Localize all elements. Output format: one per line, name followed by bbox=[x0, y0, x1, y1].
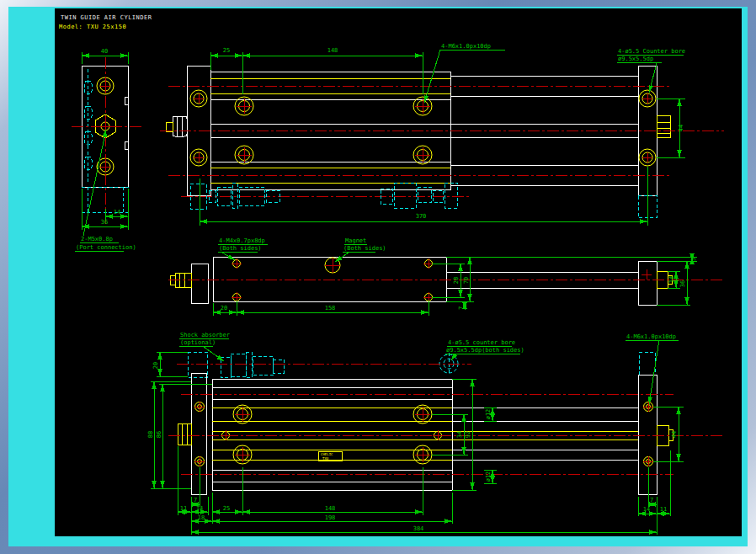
callout-counterbore-2: ø9.5x5.5dp bbox=[618, 56, 653, 62]
dim-370: 370 bbox=[416, 213, 427, 220]
dim-20: 20 bbox=[221, 305, 227, 312]
dim-25-front: 25 bbox=[223, 505, 230, 512]
dim-158: 158 bbox=[325, 305, 336, 312]
dim-11-right: 11 bbox=[660, 506, 667, 513]
dim-14b: 14 bbox=[668, 276, 675, 283]
dim-phi12-top: ø12 bbox=[485, 409, 492, 420]
callout-shock-absorber-2: (optional) bbox=[180, 339, 216, 346]
callout-front-cbore-2: ø9.5x5.5dp(both sides) bbox=[446, 347, 524, 354]
dim-88: 88 bbox=[147, 431, 154, 438]
callout-magnet-1: Magnet bbox=[345, 237, 366, 244]
dim-7-right: 7 bbox=[650, 497, 653, 503]
callout-counterbore-1: 4-ø5.5 Counter bore bbox=[618, 48, 685, 55]
dim-20-switch: 20 bbox=[152, 362, 159, 369]
dim-44-front: 44 bbox=[671, 431, 678, 438]
callout-mount-thread: 4-M6x1.0px10dp bbox=[441, 43, 491, 50]
dim-148: 148 bbox=[327, 47, 338, 54]
drawing-title: TWIN GUIDE AIR CYLINDER bbox=[61, 14, 152, 21]
dim-18: 18 bbox=[198, 514, 205, 521]
dim-14-left: 14 bbox=[196, 505, 203, 512]
nameplate-model: TXU bbox=[322, 456, 329, 461]
callout-front-thread: 4-M6x1.0px10dp bbox=[626, 333, 676, 340]
dim-148-front: 148 bbox=[325, 505, 336, 512]
model-space[interactable] bbox=[55, 8, 742, 536]
callout-magnet-2: (Both sides) bbox=[343, 245, 386, 252]
dim-14-right: 14 bbox=[643, 506, 650, 513]
dim-86: 86 bbox=[156, 431, 162, 438]
dim-36: 36 bbox=[679, 280, 686, 287]
dim-5: 5 bbox=[690, 258, 697, 261]
callout-port-thread: 2-M5x0.8p bbox=[81, 236, 113, 242]
dim-phi12-bottom: ø12 bbox=[485, 471, 492, 482]
dim-70: 70 bbox=[463, 277, 470, 284]
cad-window-frame: TWIN GUIDE AIR CYLINDER Model: TXU 25x15… bbox=[0, 0, 756, 554]
dim-7: 7 bbox=[458, 306, 465, 310]
dim-11-left: 11 bbox=[180, 505, 187, 512]
dim-198: 198 bbox=[325, 514, 336, 521]
dim-384: 384 bbox=[413, 525, 424, 532]
dim-25: 25 bbox=[223, 47, 230, 54]
dim-44: 44 bbox=[678, 125, 684, 131]
dim-14: 14 bbox=[114, 209, 120, 216]
dim-36: 36 bbox=[101, 219, 108, 226]
callout-side-ports-2: (Both sides) bbox=[219, 245, 262, 252]
dim-7-left: 7 bbox=[194, 497, 197, 503]
dim-28: 28 bbox=[453, 277, 460, 284]
drawing-model: Model: TXU 25x150 bbox=[59, 24, 126, 30]
drawing-canvas[interactable]: TWIN GUIDE AIR CYLINDER Model: TXU 25x15… bbox=[0, 0, 756, 554]
dim-92: 92 bbox=[465, 431, 471, 438]
callout-side-ports-1: 4-M4x0.7px8dp bbox=[219, 237, 265, 244]
callout-front-cbore-1: 4-ø5.5 counter bore bbox=[448, 339, 515, 346]
dim-34: 34 bbox=[456, 431, 463, 438]
callout-shock-absorber-1: Shock absorber bbox=[180, 332, 230, 338]
callout-port-connection: (Port connection) bbox=[76, 244, 136, 251]
dim-40: 40 bbox=[101, 48, 108, 55]
